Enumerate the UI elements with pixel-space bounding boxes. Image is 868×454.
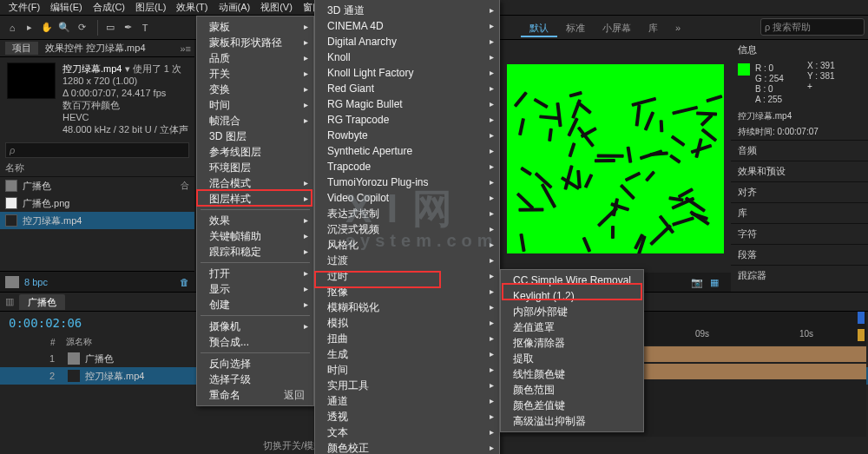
panel-accordion-item[interactable]: 效果和预设 [731, 161, 868, 181]
menu-item[interactable]: 表达式控制 [315, 206, 499, 221]
menu-item[interactable]: Trapcode [315, 159, 499, 174]
selection-tool-icon[interactable]: ▸ [23, 21, 36, 35]
menu-item[interactable]: Knoll Light Factory [315, 65, 499, 81]
workspace-tab[interactable]: 默认 [521, 18, 557, 37]
menu-item[interactable]: 打开 [197, 266, 313, 281]
menu-item[interactable]: 高级溢出抑制器 [501, 413, 643, 429]
menu-item[interactable]: CINEMA 4D [315, 18, 499, 34]
menu-item[interactable]: 时间 [315, 362, 499, 378]
workspace-tab[interactable]: 小屏幕 [594, 18, 640, 37]
layer-color[interactable] [68, 370, 80, 382]
menu-item[interactable]: 抠像 [315, 284, 499, 299]
panel-accordion-item[interactable]: 对齐 [731, 181, 868, 202]
home-icon[interactable]: ⌂ [5, 21, 19, 35]
menu-item[interactable]: 创建 [197, 297, 313, 313]
menu-文件(F)[interactable]: 文件(F) [3, 1, 45, 14]
menu-item[interactable]: 效果 [197, 213, 313, 228]
composition-canvas[interactable] [507, 64, 724, 253]
menu-item[interactable]: 关键帧辅助 [197, 228, 313, 244]
trash-icon[interactable]: 🗑 [180, 277, 189, 287]
panel-accordion-item[interactable]: 音频 [731, 140, 868, 161]
menu-item[interactable]: 模拟 [315, 315, 499, 331]
menu-item[interactable]: 实用工具 [315, 378, 499, 393]
menu-item[interactable]: 3D 图层 [197, 128, 313, 144]
menu-item[interactable]: 扭曲 [315, 331, 499, 346]
project-item[interactable]: 广播色合 [0, 177, 194, 194]
menu-item[interactable]: 帧混合 [197, 113, 313, 128]
panel-accordion-item[interactable]: 字符 [731, 223, 868, 244]
menu-item[interactable]: 图层样式 [197, 191, 313, 207]
menu-item[interactable]: 开关 [197, 66, 313, 82]
zoom-tool-icon[interactable]: 🔍 [57, 21, 71, 35]
menu-item[interactable]: Red Giant [315, 81, 499, 96]
menu-item[interactable]: 风格化 [315, 237, 499, 253]
bpc-label[interactable]: 8 bpc [24, 277, 48, 287]
menu-item[interactable]: 线性颜色键 [501, 366, 643, 382]
layer-color[interactable] [68, 352, 80, 365]
menu-item[interactable]: 重命名返回 [197, 387, 313, 403]
menu-item[interactable]: 跟踪和稳定 [197, 244, 313, 260]
menu-item[interactable]: 通道 [315, 393, 499, 409]
render-queue-icon[interactable]: ▥ [5, 296, 14, 307]
menu-item[interactable]: 颜色差值键 [501, 398, 643, 413]
bpc-chip[interactable] [5, 276, 19, 288]
menu-item[interactable]: RG Magic Bullet [315, 96, 499, 112]
menu-item[interactable]: 提取 [501, 351, 643, 366]
text-tool-icon[interactable]: T [138, 21, 152, 35]
menu-item[interactable]: TumoiYorozu Plug-ins [315, 174, 499, 190]
menu-item[interactable]: 参考线图层 [197, 144, 313, 160]
menu-item[interactable]: Video Copilot [315, 190, 499, 206]
menu-item[interactable]: 过渡 [315, 253, 499, 268]
menu-item[interactable]: 3D 通道 [315, 3, 499, 18]
menu-item[interactable]: 时间 [197, 97, 313, 113]
menu-item[interactable]: 蒙板和形状路径 [197, 35, 313, 50]
menu-图层(L)[interactable]: 图层(L) [130, 1, 171, 14]
panel-accordion-item[interactable]: 跟踪器 [731, 265, 868, 286]
menu-item[interactable]: 颜色校正 [315, 440, 499, 454]
menu-item[interactable]: 预合成... [197, 334, 313, 350]
menu-item[interactable]: 沉浸式视频 [315, 221, 499, 237]
workspace-more-icon[interactable]: » [667, 18, 689, 37]
effect-submenu[interactable]: 3D 通道CINEMA 4DDigital AnarchyKnollKnoll … [314, 0, 500, 454]
menu-视图(V)[interactable]: 视图(V) [255, 1, 298, 14]
menu-item[interactable]: 摄像机 [197, 319, 313, 334]
camera-icon[interactable]: 📷 [691, 277, 703, 288]
menu-item[interactable]: Synthetic Aperture [315, 143, 499, 159]
comp-tab[interactable]: 广播色 [19, 294, 65, 310]
menu-item[interactable]: 变换 [197, 82, 313, 97]
project-search-input[interactable] [5, 142, 189, 158]
menu-item[interactable]: 过时 [315, 268, 499, 284]
project-item[interactable]: 控刀绿幕.mp4 [0, 212, 194, 229]
menu-效果(T)[interactable]: 效果(T) [171, 1, 213, 14]
menu-编辑(E)[interactable]: 编辑(E) [45, 1, 88, 14]
menu-合成(C)[interactable]: 合成(C) [88, 1, 130, 14]
menu-item[interactable]: 抠像清除器 [501, 335, 643, 351]
menu-item[interactable]: 蒙板 [197, 19, 313, 35]
work-area-end[interactable] [858, 312, 865, 324]
menu-item[interactable]: 差值遮罩 [501, 319, 643, 335]
panel-accordion-item[interactable]: 库 [731, 202, 868, 223]
layer-menu[interactable]: 蒙板蒙板和形状路径品质开关变换时间帧混合3D 图层参考线图层环境图层混合模式图层… [196, 16, 314, 406]
help-search[interactable]: ρ 搜索帮助 [760, 18, 865, 36]
tab-effect-controls[interactable]: 效果控件 控刀绿幕.mp4 [38, 42, 153, 55]
rect-tool-icon[interactable]: ▭ [103, 21, 117, 35]
panel-menu-icon[interactable]: »≡ [180, 43, 191, 54]
keying-submenu[interactable]: CC Simple Wire RemovalKeylight (1.2)内部/外… [500, 269, 644, 432]
menu-item[interactable]: 模糊和锐化 [315, 299, 499, 315]
menu-item[interactable]: 选择子级 [197, 372, 313, 387]
menu-item[interactable]: Digital Anarchy [315, 34, 499, 49]
pen-tool-icon[interactable]: ✒ [121, 21, 135, 35]
menu-item[interactable]: RG Trapcode [315, 112, 499, 128]
menu-item[interactable]: Rowbyte [315, 128, 499, 143]
workspace-tab[interactable]: 标准 [557, 18, 594, 37]
rotate-tool-icon[interactable]: ⟳ [75, 21, 89, 35]
menu-item[interactable]: Keylight (1.2) [501, 288, 643, 304]
hand-tool-icon[interactable]: ✋ [40, 21, 54, 35]
menu-item[interactable]: 混合模式 [197, 175, 313, 191]
panel-accordion-item[interactable]: 段落 [731, 244, 868, 265]
menu-item[interactable]: 环境图层 [197, 160, 313, 175]
menu-item[interactable]: 颜色范围 [501, 382, 643, 398]
menu-item[interactable]: Knoll [315, 49, 499, 65]
menu-item[interactable]: 透视 [315, 409, 499, 424]
menu-item[interactable]: 生成 [315, 346, 499, 362]
